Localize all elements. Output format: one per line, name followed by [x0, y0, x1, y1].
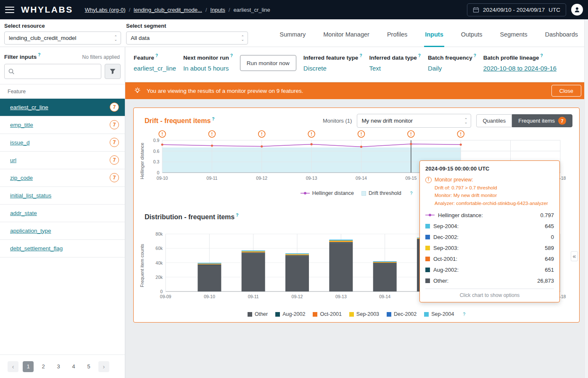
feature-name: initial_list_status	[10, 192, 51, 199]
quantiles-toggle-button[interactable]: Quantiles	[476, 114, 512, 127]
bar-segment[interactable]	[373, 263, 397, 291]
help-icon[interactable]: ?	[212, 117, 214, 121]
feature-list-item[interactable]: initial_list_status	[0, 187, 125, 205]
breadcrumb-item[interactable]: Inputs	[210, 7, 225, 13]
menu-icon[interactable]	[5, 7, 14, 13]
nav-tabs: SummaryMonitor ManagerProfilesInputsOutp…	[279, 23, 588, 47]
page-button[interactable]: 5	[83, 361, 94, 372]
resource-select[interactable]: lending_club_credit_model ⌃⌄	[4, 32, 121, 45]
tooltip-row-label: Other:	[433, 278, 448, 284]
feature-list-item[interactable]: addr_state	[0, 205, 125, 222]
bar-segment[interactable]	[242, 250, 265, 251]
feature-list-item[interactable]: url7	[0, 152, 125, 169]
bar-segment[interactable]	[329, 242, 353, 243]
legend-item: Sep-2003	[349, 311, 379, 317]
search-input[interactable]	[18, 68, 98, 74]
bar-segment[interactable]	[285, 255, 309, 255]
close-banner-button[interactable]: Close	[551, 85, 581, 97]
panel-header: Drift - frequent items? Monitors (1) My …	[134, 108, 579, 128]
tab-profiles[interactable]: Profiles	[386, 23, 408, 47]
data-point[interactable]	[211, 144, 213, 147]
scrollbar[interactable]	[584, 19, 588, 378]
help-icon[interactable]: ?	[359, 53, 362, 58]
next-page-button[interactable]: ›	[98, 361, 109, 372]
bar-segment[interactable]	[373, 261, 397, 262]
breadcrumb-item[interactable]: WhyLabs (org-0)	[85, 7, 126, 13]
bar-segment[interactable]	[285, 254, 309, 254]
help-icon[interactable]: ?	[463, 312, 465, 317]
page-button[interactable]: 2	[38, 361, 49, 372]
bar-segment[interactable]	[198, 265, 221, 265]
bar-segment[interactable]	[285, 255, 309, 256]
collapse-panel-handle[interactable]: «	[571, 251, 578, 261]
tab-outputs[interactable]: Outputs	[460, 23, 483, 47]
bar-segment[interactable]	[373, 262, 397, 262]
help-icon[interactable]: ?	[410, 191, 413, 196]
breadcrumb-item[interactable]: lending_club_credit_mode...	[134, 7, 202, 13]
user-avatar[interactable]	[571, 4, 583, 16]
page-button[interactable]: 3	[53, 361, 64, 372]
bar-segment[interactable]	[285, 253, 309, 254]
chart-tooltip: 2024-09-15 00:00:00 UTC ! Monitor previe…	[419, 160, 560, 302]
bar-segment[interactable]	[242, 253, 265, 291]
page-button[interactable]: 4	[68, 361, 79, 372]
feature-list-item[interactable]: emp_title7	[0, 116, 125, 134]
date-range-picker[interactable]: 2024/09/10 - 2024/09/17 UTC	[467, 3, 566, 16]
svg-text:09-10: 09-10	[204, 294, 215, 299]
data-point[interactable]	[460, 144, 462, 146]
svg-text:09-11: 09-11	[206, 176, 217, 181]
data-point[interactable]	[161, 144, 163, 146]
data-point[interactable]	[360, 146, 362, 148]
previous-page-button[interactable]: ‹	[8, 361, 18, 372]
bar-segment[interactable]	[285, 256, 309, 291]
bar-segment[interactable]	[329, 243, 353, 291]
bar-segment[interactable]	[242, 251, 265, 252]
tab-dashboards[interactable]: Dashboards	[544, 23, 579, 47]
tooltip-row-label: Aug-2002:	[433, 267, 459, 273]
bar-segment[interactable]	[198, 263, 221, 263]
bar-segment[interactable]	[329, 240, 353, 241]
monitor-select[interactable]: My new drift monitor ⌃⌄	[357, 114, 471, 128]
bar-segment[interactable]	[198, 264, 221, 265]
bar-segment[interactable]	[373, 262, 397, 263]
filter-button[interactable]	[105, 64, 121, 79]
help-icon[interactable]: ?	[418, 53, 421, 58]
data-point[interactable]	[410, 143, 412, 145]
tab-summary[interactable]: Summary	[279, 23, 306, 47]
feature-list-item[interactable]: earliest_cr_line7	[0, 99, 125, 116]
data-point[interactable]	[311, 143, 313, 145]
chevron-updown-icon: ⌃⌄	[114, 36, 117, 41]
bar-segment[interactable]	[242, 252, 265, 253]
bar-segment[interactable]	[329, 242, 353, 242]
help-icon[interactable]: ?	[474, 53, 476, 58]
run-monitor-button[interactable]: Run monitor now	[240, 55, 296, 71]
feature-info-label: Batch frequency?	[428, 53, 476, 61]
help-icon[interactable]: ?	[230, 53, 233, 58]
help-icon[interactable]: ?	[236, 213, 238, 218]
feature-list-item[interactable]: debt_settlement_flag	[0, 240, 125, 257]
data-point[interactable]	[261, 145, 263, 147]
sidebar: Filter inputs? No filters applied Featur…	[0, 47, 125, 378]
help-icon[interactable]: ?	[38, 52, 40, 57]
svg-text:09-13: 09-13	[335, 294, 347, 299]
bar-segment[interactable]	[198, 263, 221, 264]
feature-list-item[interactable]: issue_d7	[0, 134, 125, 152]
help-icon[interactable]: ?	[156, 53, 158, 58]
bar-segment[interactable]	[329, 239, 353, 240]
calendar-icon	[473, 7, 479, 13]
tab-monitor-manager[interactable]: Monitor Manager	[322, 23, 370, 47]
feature-info-value[interactable]: 2020-10-08 to 2024-09-16	[483, 65, 556, 72]
tooltip-row-value: 651	[545, 267, 554, 273]
bar-segment[interactable]	[242, 252, 265, 252]
tab-segments[interactable]: Segments	[499, 23, 528, 47]
frequent-items-toggle-button[interactable]: Frequent items 7	[512, 114, 572, 127]
feature-name: debt_settlement_flag	[10, 245, 63, 252]
segment-select[interactable]: All data ⌃⌄	[126, 32, 248, 45]
feature-list-item[interactable]: zip_code7	[0, 169, 125, 187]
tab-inputs[interactable]: Inputs	[424, 23, 444, 47]
bar-segment[interactable]	[373, 263, 397, 263]
feature-list-item[interactable]: application_type	[0, 222, 125, 240]
page-button[interactable]: 1	[23, 361, 34, 372]
help-icon[interactable]: ?	[541, 53, 543, 58]
bar-segment[interactable]	[198, 265, 221, 291]
